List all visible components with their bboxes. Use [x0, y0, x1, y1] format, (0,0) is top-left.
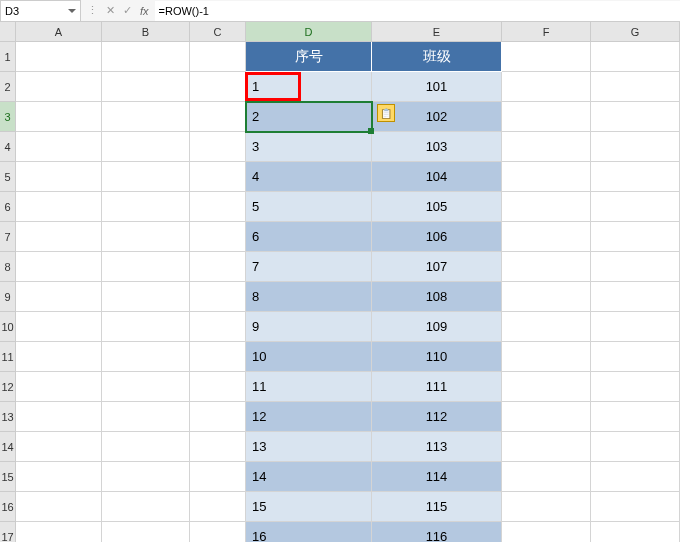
fill-handle[interactable]	[368, 128, 374, 134]
cell-G8[interactable]	[591, 252, 680, 282]
cell-C5[interactable]	[190, 162, 246, 192]
cell-B9[interactable]	[102, 282, 190, 312]
cell-C17[interactable]	[190, 522, 246, 542]
cell-E16[interactable]: 115	[372, 492, 502, 522]
cell-A11[interactable]	[16, 342, 102, 372]
cell-B10[interactable]	[102, 312, 190, 342]
cell-A12[interactable]	[16, 372, 102, 402]
name-box[interactable]: D3	[0, 0, 81, 22]
cell-F17[interactable]	[502, 522, 591, 542]
cell-E12[interactable]: 111	[372, 372, 502, 402]
cell-G9[interactable]	[591, 282, 680, 312]
cell-D1[interactable]: 序号	[246, 42, 372, 72]
accept-icon[interactable]: ✓	[123, 4, 132, 17]
col-header-B[interactable]: B	[102, 22, 190, 42]
cell-D5[interactable]: 4	[246, 162, 372, 192]
cell-G5[interactable]	[591, 162, 680, 192]
cell-F2[interactable]	[502, 72, 591, 102]
cell-D4[interactable]: 3	[246, 132, 372, 162]
cell-A5[interactable]	[16, 162, 102, 192]
cell-G1[interactable]	[591, 42, 680, 72]
cancel-icon[interactable]: ✕	[106, 4, 115, 17]
row-header-10[interactable]: 10	[0, 312, 16, 342]
cell-D3[interactable]: 2	[246, 102, 372, 132]
cell-A13[interactable]	[16, 402, 102, 432]
cell-B5[interactable]	[102, 162, 190, 192]
cell-D7[interactable]: 6	[246, 222, 372, 252]
cell-B11[interactable]	[102, 342, 190, 372]
cell-F5[interactable]	[502, 162, 591, 192]
row-header-4[interactable]: 4	[0, 132, 16, 162]
spreadsheet-grid[interactable]: ABCDEFG 1序号班级211013210243103541046510576…	[0, 22, 680, 542]
col-header-C[interactable]: C	[190, 22, 246, 42]
cell-E4[interactable]: 103	[372, 132, 502, 162]
row-header-13[interactable]: 13	[0, 402, 16, 432]
cell-G2[interactable]	[591, 72, 680, 102]
cell-G4[interactable]	[591, 132, 680, 162]
cell-A15[interactable]	[16, 462, 102, 492]
col-header-E[interactable]: E	[372, 22, 502, 42]
cell-G6[interactable]	[591, 192, 680, 222]
cell-E8[interactable]: 107	[372, 252, 502, 282]
cell-A8[interactable]	[16, 252, 102, 282]
cell-B13[interactable]	[102, 402, 190, 432]
cell-G16[interactable]	[591, 492, 680, 522]
cell-E1[interactable]: 班级	[372, 42, 502, 72]
row-header-8[interactable]: 8	[0, 252, 16, 282]
row-header-17[interactable]: 17	[0, 522, 16, 542]
cell-E17[interactable]: 116	[372, 522, 502, 542]
cell-B2[interactable]	[102, 72, 190, 102]
row-header-11[interactable]: 11	[0, 342, 16, 372]
row-header-12[interactable]: 12	[0, 372, 16, 402]
autofill-options-icon[interactable]	[377, 104, 395, 122]
cell-C15[interactable]	[190, 462, 246, 492]
cell-A2[interactable]	[16, 72, 102, 102]
cell-B14[interactable]	[102, 432, 190, 462]
cell-F8[interactable]	[502, 252, 591, 282]
cell-D6[interactable]: 5	[246, 192, 372, 222]
cell-G14[interactable]	[591, 432, 680, 462]
cell-G13[interactable]	[591, 402, 680, 432]
col-header-A[interactable]: A	[16, 22, 102, 42]
cell-B3[interactable]	[102, 102, 190, 132]
cell-E5[interactable]: 104	[372, 162, 502, 192]
row-header-2[interactable]: 2	[0, 72, 16, 102]
dots-icon[interactable]: ⋮	[87, 4, 98, 17]
cell-A3[interactable]	[16, 102, 102, 132]
cell-G10[interactable]	[591, 312, 680, 342]
cell-F1[interactable]	[502, 42, 591, 72]
col-header-F[interactable]: F	[502, 22, 591, 42]
cell-E15[interactable]: 114	[372, 462, 502, 492]
cell-F10[interactable]	[502, 312, 591, 342]
cell-D13[interactable]: 12	[246, 402, 372, 432]
cell-B12[interactable]	[102, 372, 190, 402]
cell-C14[interactable]	[190, 432, 246, 462]
cell-E7[interactable]: 106	[372, 222, 502, 252]
cell-B7[interactable]	[102, 222, 190, 252]
cell-A17[interactable]	[16, 522, 102, 542]
row-header-9[interactable]: 9	[0, 282, 16, 312]
cell-A7[interactable]	[16, 222, 102, 252]
cell-G3[interactable]	[591, 102, 680, 132]
cell-E6[interactable]: 105	[372, 192, 502, 222]
cell-F11[interactable]	[502, 342, 591, 372]
cell-D16[interactable]: 15	[246, 492, 372, 522]
row-header-6[interactable]: 6	[0, 192, 16, 222]
cell-C1[interactable]	[190, 42, 246, 72]
cell-B8[interactable]	[102, 252, 190, 282]
row-header-7[interactable]: 7	[0, 222, 16, 252]
cell-C16[interactable]	[190, 492, 246, 522]
cell-A14[interactable]	[16, 432, 102, 462]
cell-C8[interactable]	[190, 252, 246, 282]
cell-D12[interactable]: 11	[246, 372, 372, 402]
cell-D15[interactable]: 14	[246, 462, 372, 492]
cell-C13[interactable]	[190, 402, 246, 432]
cell-A10[interactable]	[16, 312, 102, 342]
cell-B4[interactable]	[102, 132, 190, 162]
cell-F4[interactable]	[502, 132, 591, 162]
cell-E2[interactable]: 101	[372, 72, 502, 102]
cell-A1[interactable]	[16, 42, 102, 72]
row-header-3[interactable]: 3	[0, 102, 16, 132]
cell-F3[interactable]	[502, 102, 591, 132]
cell-A6[interactable]	[16, 192, 102, 222]
